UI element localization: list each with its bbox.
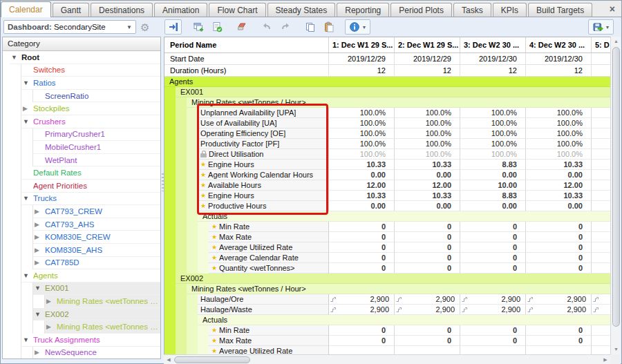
gear-icon[interactable]: ⚙	[140, 22, 149, 32]
partial-value-cell[interactable]	[592, 108, 610, 118]
sidebar-item-mobilecrusher1[interactable]: MobileCrusher1	[3, 141, 160, 154]
sidebar-item-screenratio[interactable]: ScreenRatio	[3, 90, 160, 103]
partial-value-cell[interactable]	[592, 170, 610, 180]
value-cell[interactable]: 10.33	[526, 191, 592, 201]
value-cell[interactable]: 100.0%	[526, 139, 592, 149]
period-column-header[interactable]: 5: D	[592, 37, 610, 52]
table-row[interactable]: ★Available Hours12.0012.0010.0012.00	[164, 180, 610, 191]
value-cell[interactable]: 100.0%	[329, 118, 395, 128]
sidebar-item-mining-rates-wettonnes-h[interactable]: ▶Mining Rates <wetTonnes / H...	[3, 295, 160, 308]
period-column-header[interactable]: 4: Dec W2 30 ...	[526, 37, 592, 52]
row-label[interactable]: Haulage/Waste	[198, 305, 329, 315]
row-label[interactable]: ★Productive Hours	[198, 201, 329, 211]
row-label[interactable]: ★Average Utilized Rate	[209, 242, 329, 253]
dashboard-select[interactable]: Dashboard: SecondarySite ▼	[3, 20, 136, 34]
period-name-header[interactable]: Period Name	[164, 37, 329, 52]
value-cell[interactable]: 2,900	[460, 305, 526, 315]
partial-value-cell[interactable]	[592, 180, 610, 191]
horizontal-scrollbar-thumb[interactable]	[174, 356, 250, 363]
value-cell[interactable]: 0	[526, 242, 592, 253]
value-cell[interactable]: 0	[395, 336, 460, 346]
group-band-ex001[interactable]: EX001	[164, 87, 610, 97]
value-cell[interactable]: 0	[395, 242, 460, 253]
row-label[interactable]: ★Min Rate	[209, 325, 329, 336]
value-cell[interactable]: 0	[329, 242, 395, 253]
expander-closed-icon[interactable]: ▶	[33, 247, 45, 253]
horizontal-scrollbar[interactable]: ◀ ▶	[164, 354, 610, 364]
meta-value-cell[interactable]: 2019/12/30	[526, 53, 592, 64]
sidebar-item-cat785d[interactable]: ▶CAT785D	[3, 257, 160, 270]
sidebar-item-kom830e-crew[interactable]: ▶KOM830E_CREW	[3, 231, 160, 244]
expander-closed-icon[interactable]: ▶	[45, 298, 57, 305]
value-cell[interactable]: 100.0%	[460, 118, 526, 128]
meta-value-cell[interactable]	[592, 65, 610, 76]
tab-calendar[interactable]: Calendar	[1, 1, 51, 17]
value-cell[interactable]: 100.0%	[526, 118, 592, 128]
info-button[interactable]: ▼	[345, 19, 370, 35]
meta-value-cell[interactable]: 12	[395, 65, 460, 76]
expander-open-icon[interactable]: ▼	[33, 285, 45, 291]
table-row[interactable]: Direct Utilisation100.0%100.0%100.0%100.…	[164, 149, 610, 160]
value-cell[interactable]: 0	[460, 325, 526, 336]
value-cell[interactable]: 100.0%	[329, 108, 395, 118]
tab-tasks[interactable]: Tasks	[453, 3, 491, 17]
expander-open-icon[interactable]: ▼	[33, 311, 45, 318]
value-cell[interactable]: 0	[329, 325, 395, 336]
value-cell[interactable]: 0	[395, 222, 460, 232]
sidebar-item-newsequence[interactable]: ▶NewSequence	[3, 347, 160, 358]
value-cell[interactable]: 0.00	[329, 170, 395, 180]
sidebar-item-root[interactable]: ▼Root	[3, 51, 160, 64]
partial-value-cell[interactable]	[592, 336, 610, 346]
value-cell[interactable]: 100.0%	[526, 128, 592, 139]
sidebar-item-switches[interactable]: Switches	[3, 64, 160, 77]
table-row[interactable]: ★Average Calendar Rate0000	[164, 253, 610, 263]
sidebar-item-default-rates[interactable]: Default Rates	[3, 166, 160, 180]
row-label[interactable]: Direct Utilisation	[198, 149, 329, 160]
value-cell[interactable]: 100.0%	[395, 118, 460, 128]
tab-steady-states[interactable]: Steady States	[267, 3, 336, 17]
scroll-left-icon[interactable]: ◀	[164, 355, 173, 364]
partial-value-cell[interactable]	[592, 232, 610, 242]
row-label[interactable]: Productivity Factor [PF]	[198, 139, 329, 149]
value-cell[interactable]: 2,900	[329, 305, 395, 315]
partial-value-cell[interactable]	[592, 346, 610, 354]
row-label[interactable]: ★Engine Hours	[198, 191, 329, 201]
row-label[interactable]: ★Agent Working Calendar Hours	[198, 170, 329, 180]
value-cell[interactable]: 0	[526, 336, 592, 346]
meta-row-label[interactable]: Duration (Hours)	[164, 65, 329, 76]
meta-value-cell[interactable]: 12	[329, 65, 395, 76]
value-cell[interactable]: 12.00	[526, 180, 592, 191]
table-row[interactable]: ★Average Utilized Rate	[164, 346, 610, 354]
chevron-down-icon[interactable]: ▼	[362, 25, 367, 30]
partial-value-cell[interactable]	[592, 201, 610, 211]
partial-value-cell[interactable]	[592, 242, 610, 253]
value-cell[interactable]: 2,900	[395, 305, 460, 315]
value-cell[interactable]: 0	[460, 242, 526, 253]
row-label[interactable]: ★Average Utilized Rate	[209, 346, 329, 354]
value-cell[interactable]: 100.0%	[526, 149, 592, 160]
value-cell[interactable]: 0	[395, 263, 460, 274]
partial-value-cell[interactable]	[592, 253, 610, 263]
scroll-up-icon[interactable]: ▲	[611, 37, 621, 46]
sidebar-item-crushers[interactable]: ▼Crushers	[3, 115, 160, 128]
partial-value-cell[interactable]	[592, 128, 610, 139]
value-cell[interactable]: 0	[526, 263, 592, 274]
undo-button[interactable]	[258, 19, 275, 35]
value-cell[interactable]: 0.00	[329, 201, 395, 211]
expander-closed-icon[interactable]: ▶	[33, 233, 45, 240]
row-label[interactable]: Haulage/Ore	[198, 294, 329, 305]
sidebar-item-stockpiles[interactable]: ▶Stockpiles	[3, 102, 160, 115]
meta-value-cell[interactable]: 2019/12/30	[460, 53, 526, 64]
value-cell[interactable]: 0.00	[460, 170, 526, 180]
expander-closed-icon[interactable]: ▶	[33, 349, 45, 356]
expander-closed-icon[interactable]: ▶	[45, 323, 57, 330]
table-row[interactable]: Haulage/Waste2,9002,9002,9002,900	[164, 305, 610, 315]
value-cell[interactable]: 2,900	[329, 294, 395, 305]
expander-open-icon[interactable]: ▼	[21, 272, 33, 279]
value-cell[interactable]: 100.0%	[329, 149, 395, 160]
row-label[interactable]: ★Available Hours	[198, 180, 329, 191]
meta-value-cell[interactable]: 2019/12/29	[329, 53, 395, 64]
value-cell[interactable]: 12.00	[329, 180, 395, 191]
value-cell[interactable]: 0	[526, 232, 592, 242]
save-export-button[interactable]: ▼	[588, 19, 614, 35]
